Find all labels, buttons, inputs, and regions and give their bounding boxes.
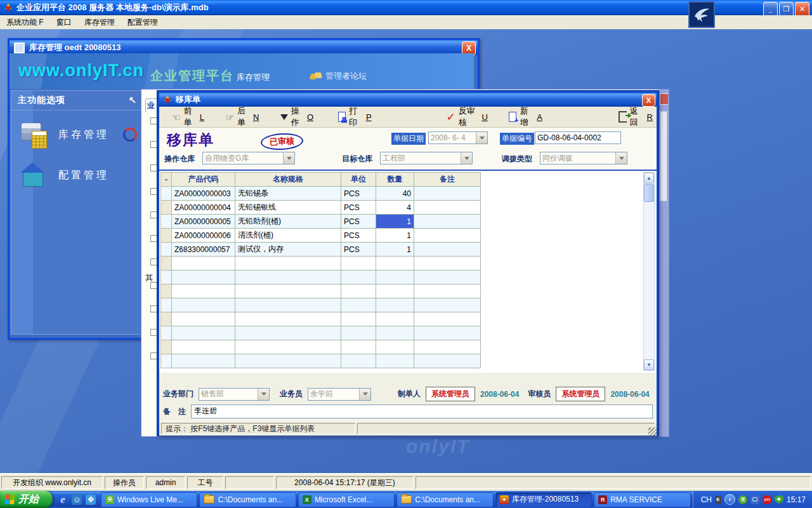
task-excel[interactable]: X Microsoft Excel... bbox=[298, 492, 395, 507]
grid-cell[interactable] bbox=[172, 340, 235, 354]
grid-cell[interactable] bbox=[376, 340, 414, 354]
network-monitor-icon[interactable]: 🖵 bbox=[750, 495, 759, 504]
grid-cell[interactable] bbox=[172, 257, 235, 271]
combo-arrow-icon[interactable] bbox=[461, 152, 472, 164]
task-explorer-2[interactable]: C:\Documents an... bbox=[396, 492, 493, 507]
grid-cell[interactable] bbox=[235, 340, 341, 354]
background-close-icon[interactable] bbox=[660, 93, 668, 105]
grid-row-header[interactable] bbox=[161, 312, 172, 326]
grid-row[interactable] bbox=[161, 354, 481, 368]
grid-cell[interactable]: 1 bbox=[376, 229, 414, 243]
grid-row[interactable]: Z683300000057测试仪，内存PCS1 bbox=[161, 243, 481, 257]
ati-icon[interactable]: ATI bbox=[763, 495, 771, 504]
grid-row[interactable]: ZA00000000006清洗剂(桶)PCS1 bbox=[161, 229, 481, 243]
combo-arrow-icon[interactable] bbox=[359, 389, 370, 400]
grid-cell[interactable] bbox=[341, 312, 376, 326]
note-input[interactable]: 李连碧 bbox=[191, 404, 653, 418]
new-button[interactable]: + 新增A bbox=[505, 104, 546, 130]
scroll-down-icon[interactable]: ▼ bbox=[644, 359, 654, 370]
grid-cell[interactable]: 无铅锡银线 bbox=[235, 201, 341, 215]
forum-link[interactable]: 管理者论坛 bbox=[310, 70, 367, 82]
return-button[interactable]: 返回R bbox=[615, 104, 657, 130]
grid-cell[interactable] bbox=[376, 354, 414, 368]
salesman-combo[interactable]: 余学前 bbox=[308, 388, 371, 401]
grid-row[interactable] bbox=[161, 257, 481, 271]
grid-cell[interactable]: 清洗剂(桶) bbox=[235, 229, 341, 243]
grid-cell[interactable]: Z683300000057 bbox=[172, 243, 235, 257]
grid-row[interactable] bbox=[161, 271, 481, 284]
grid-row[interactable]: ZA00000000004无铅锡银线PCS4 bbox=[161, 201, 481, 215]
grid-row[interactable] bbox=[161, 284, 481, 298]
unaudit-button[interactable]: ✓ 反审核U bbox=[443, 104, 492, 130]
grid-row[interactable] bbox=[161, 340, 481, 354]
grid-cell[interactable] bbox=[414, 187, 481, 201]
start-button[interactable]: 开始 bbox=[0, 491, 53, 508]
grid-cell[interactable] bbox=[341, 298, 376, 312]
src-warehouse-combo[interactable]: 自用物资G库 bbox=[202, 152, 295, 164]
grid-cell[interactable] bbox=[172, 326, 235, 340]
menu-config[interactable]: 配置管理 bbox=[121, 16, 164, 29]
grid-cell[interactable]: 测试仪，内存 bbox=[235, 243, 341, 257]
scroll-thumb[interactable] bbox=[644, 184, 654, 202]
grid-cell[interactable]: 40 bbox=[376, 187, 414, 201]
prev-doc-button[interactable]: ☜ 前单L bbox=[168, 104, 208, 130]
grid-row-header[interactable] bbox=[161, 201, 172, 215]
grid-cell[interactable]: PCS bbox=[341, 243, 376, 257]
grid-cell[interactable]: PCS bbox=[341, 187, 376, 201]
grid-row-header[interactable] bbox=[161, 271, 172, 284]
grid-cell[interactable] bbox=[341, 271, 376, 284]
grid-cell[interactable] bbox=[414, 243, 481, 257]
doc-no-input[interactable]: GD-08-06-04-0002 bbox=[535, 131, 621, 144]
grid-cell[interactable] bbox=[172, 271, 235, 284]
grid-cell[interactable]: 1 bbox=[376, 215, 414, 229]
grid-row-header[interactable] bbox=[161, 298, 172, 312]
grid-cell[interactable]: 4 bbox=[376, 201, 414, 215]
col-name-spec[interactable]: 名称规格 bbox=[235, 173, 341, 187]
grid-cell[interactable]: ZA00000000005 bbox=[172, 215, 235, 229]
grid-row[interactable]: ZA00000000005无铅助剂(桶)PCS1 bbox=[161, 215, 481, 229]
menu-inventory[interactable]: 库存管理 bbox=[78, 16, 121, 29]
combo-arrow-icon[interactable] bbox=[615, 152, 627, 164]
grid-corner[interactable]: - bbox=[161, 173, 172, 187]
print-button[interactable]: 🖶 打印P bbox=[334, 104, 376, 130]
close-button[interactable]: ✕ bbox=[795, 2, 809, 17]
task-inventory-app[interactable]: ✦ 库存管理-20080513 bbox=[495, 492, 592, 507]
grid-cell[interactable]: ZA00000000003 bbox=[172, 187, 235, 201]
col-qty[interactable]: 数量 bbox=[376, 173, 414, 187]
grid-row-header[interactable] bbox=[161, 354, 172, 368]
sidebar-item-inventory[interactable]: 库存管理 bbox=[20, 118, 143, 151]
combo-arrow-icon[interactable] bbox=[258, 389, 269, 400]
menu-system[interactable]: 系统功能 F bbox=[0, 16, 50, 29]
dept-combo[interactable]: 销售部 bbox=[199, 388, 270, 401]
grid-cell[interactable] bbox=[376, 271, 414, 284]
grid-row-header[interactable] bbox=[161, 340, 172, 354]
grid-cell[interactable] bbox=[235, 257, 341, 271]
grid-cell[interactable] bbox=[414, 257, 481, 271]
grid-row-header[interactable] bbox=[161, 257, 172, 271]
grid-cell[interactable] bbox=[414, 271, 481, 284]
dialog-titlebar[interactable]: 移库单 X bbox=[159, 93, 657, 107]
grid-cell[interactable]: ZA00000000006 bbox=[172, 229, 235, 243]
grid-cell[interactable] bbox=[341, 284, 376, 298]
date-combo[interactable]: 2008- 6- 4 bbox=[428, 131, 488, 144]
grid-cell[interactable] bbox=[376, 284, 414, 298]
grid-row-header[interactable] bbox=[161, 215, 172, 229]
grid-row-header[interactable] bbox=[161, 243, 172, 257]
grid-cell[interactable]: 1 bbox=[376, 243, 414, 257]
grid-cell[interactable] bbox=[341, 354, 376, 368]
col-product-code[interactable]: 产品代码 bbox=[172, 173, 235, 187]
task-windows-live[interactable]: 웃 Windows Live Me... bbox=[101, 492, 197, 507]
grid-cell[interactable] bbox=[376, 312, 414, 326]
grid-cell[interactable] bbox=[341, 257, 376, 271]
combo-arrow-icon[interactable] bbox=[283, 152, 294, 164]
grid-row-header[interactable] bbox=[161, 187, 172, 201]
grid-cell[interactable]: PCS bbox=[341, 201, 376, 215]
inventory-window-titlebar[interactable]: 库存管理 oedt 20080513 X bbox=[8, 38, 480, 55]
grid-cell[interactable] bbox=[235, 354, 341, 368]
grid-cell[interactable] bbox=[414, 326, 481, 340]
grid-cell[interactable] bbox=[235, 298, 341, 312]
grid-row-header[interactable] bbox=[161, 326, 172, 340]
grid-cell[interactable] bbox=[414, 215, 481, 229]
ime-indicator[interactable]: CH bbox=[701, 495, 712, 504]
grid-cell[interactable] bbox=[414, 229, 481, 243]
